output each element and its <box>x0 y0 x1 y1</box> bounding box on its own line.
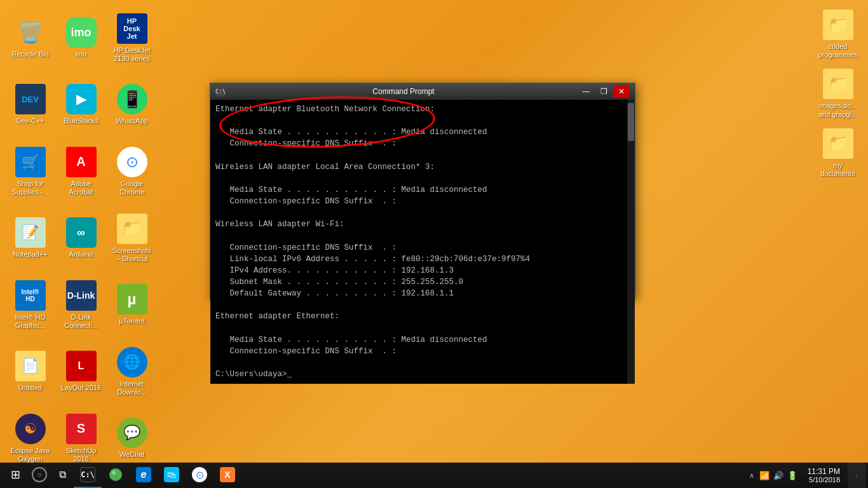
desktop-icon-utorrent[interactable]: µ µTorrent <box>108 273 156 337</box>
desktop-icon-google-chrome[interactable]: ⊙ Google Chrome <box>108 140 156 203</box>
desktop: 🗑️ Recycle Bin imo imo HPDeskJet HP Desk… <box>0 0 868 463</box>
desktop-icon-layout2016[interactable]: L LayOut 2016 <box>57 340 105 403</box>
desktop-icon-images-do[interactable]: 📁 images,do... and grapgi... <box>814 65 862 121</box>
edge-icon: e <box>136 467 151 482</box>
desktop-icon-coded-programmes[interactable]: 📁 coded programmes <box>814 6 862 62</box>
desktop-icon-grid-left: 🗑️ Recycle Bin imo imo HPDeskJet HP Desk… <box>6 6 156 488</box>
cmd-window-icon: C:\ <box>215 86 226 97</box>
cmd-titlebar: C:\ Command Prompt — ❐ ✕ <box>210 83 635 100</box>
desktop-icon-notepad[interactable]: 📝 Notepad++ <box>6 207 54 270</box>
desktop-icon-dlink[interactable]: D-Link D-Link Connecti... <box>57 273 105 337</box>
cmd-window: C:\ Command Prompt — ❐ ✕ Ethernet adapte… <box>210 83 635 299</box>
windows-icon: ⊞ <box>11 468 20 482</box>
taskbar-app-store[interactable]: 🛍 <box>158 463 186 488</box>
volume-icon[interactable]: 🔊 <box>773 471 783 480</box>
taskbar-system-tray: ∧ 📶 🔊 🔋 11:31 PM 5/10/2018 | <box>749 463 865 488</box>
cortana-icon: ○ <box>32 467 47 482</box>
cmd-content-area[interactable]: Ethernet adapter Bluetooth Network Conne… <box>210 100 627 384</box>
desktop-icon-recycle-bin[interactable]: 🗑️ Recycle Bin <box>6 6 54 70</box>
taskbar-time: 11:31 PM <box>808 467 840 476</box>
desktop-icon-untitled[interactable]: 📄 Untitled <box>6 340 54 403</box>
taskbar: ⊞ ○ ⧉ C:\ e 🛍 ⊙ X ∧ 📶 🔊 🔋 11:31 P <box>0 463 868 488</box>
xampp-taskbar-icon: X <box>220 467 235 482</box>
desktop-icon-wechat[interactable]: 💬 WeChat <box>108 407 156 470</box>
show-desktop-button[interactable]: | <box>848 463 865 488</box>
taskbar-clock[interactable]: 11:31 PM 5/10/2018 <box>803 467 845 484</box>
cmd-scrollbar-thumb[interactable] <box>628 103 634 141</box>
desktop-icon-dev-cpp[interactable]: DEV Dev-C++ <box>6 73 54 137</box>
task-view-button[interactable]: ⧉ <box>51 463 74 488</box>
cmd-app-icon: C:\ <box>80 467 95 482</box>
desktop-icon-screenshots[interactable]: 📁 Screenshots – Shortcut <box>108 207 156 270</box>
taskbar-app-xampp[interactable]: X <box>214 463 241 488</box>
desktop-icon-imo[interactable]: imo imo <box>57 6 105 70</box>
cmd-minimize-button[interactable]: — <box>578 85 594 98</box>
taskbar-app-greenball[interactable] <box>102 463 130 488</box>
green-ball-icon <box>108 467 123 482</box>
cmd-close-button[interactable]: ✕ <box>613 85 630 98</box>
desktop-icon-internet-download[interactable]: 🌐 Internet Downlo... <box>108 340 156 403</box>
desktop-icon-sketchup[interactable]: S SketchUp 2016 <box>57 407 105 470</box>
task-view-icon: ⧉ <box>59 469 66 480</box>
desktop-icon-grid-right: 📁 coded programmes 📁 images,do... and gr… <box>814 6 862 181</box>
desktop-icon-arduino[interactable]: ∞ Arduino <box>57 207 105 270</box>
cmd-window-title: Command Prompt <box>229 87 578 96</box>
desktop-icon-whatsapp[interactable]: 📱 WhatsApp <box>108 73 156 137</box>
desktop-icon-my-documents[interactable]: 📁 my documents <box>814 125 862 181</box>
show-hidden-icons-button[interactable]: ∧ <box>749 471 754 480</box>
svg-point-1 <box>112 471 116 475</box>
cortana-button[interactable]: ○ <box>28 463 51 488</box>
start-button[interactable]: ⊞ <box>3 463 28 488</box>
battery-icon[interactable]: 🔋 <box>787 471 797 480</box>
desktop-icon-intel-hd[interactable]: Intel®HD Intel® HD Graphic... <box>6 273 54 337</box>
store-icon: 🛍 <box>164 467 179 482</box>
desktop-icon-bluestacks[interactable]: ▶ BlueStacks <box>57 73 105 137</box>
sys-tray-icons: 📶 🔊 🔋 <box>757 471 800 480</box>
cmd-output: Ethernet adapter Bluetooth Network Conne… <box>215 104 622 380</box>
cmd-window-controls: — ❐ ✕ <box>578 85 630 98</box>
svg-point-0 <box>109 468 122 481</box>
cmd-scrollbar[interactable] <box>627 100 635 384</box>
cmd-restore-button[interactable]: ❐ <box>595 85 612 98</box>
taskbar-app-cmd[interactable]: C:\ <box>74 463 102 488</box>
taskbar-app-chrome[interactable]: ⊙ <box>186 463 214 488</box>
chrome-taskbar-icon: ⊙ <box>192 467 207 482</box>
desktop-icon-adobe-acrobat[interactable]: A Adobe Acrobat <box>57 140 105 203</box>
desktop-icon-hp-deskjet[interactable]: HPDeskJet HP DeskJet 2130 series <box>108 6 156 70</box>
taskbar-app-edge[interactable]: e <box>130 463 158 488</box>
desktop-icon-shop-for-supplies[interactable]: 🛒 Shop for Supplies -... <box>6 140 54 203</box>
taskbar-date: 5/10/2018 <box>809 476 840 484</box>
network-icon[interactable]: 📶 <box>759 471 770 480</box>
desktop-icon-eclipse[interactable]: ☯ Eclipse Java Oxygen <box>6 407 54 470</box>
